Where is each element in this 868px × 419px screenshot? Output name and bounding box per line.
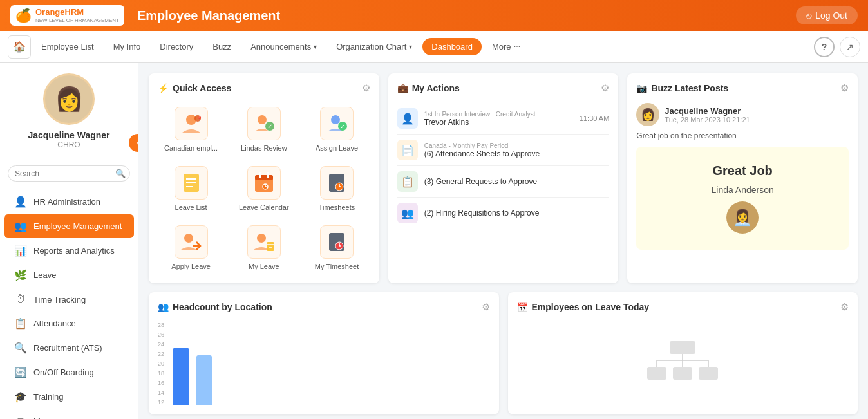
- action-requests-text: (3) General Requests to Approve: [424, 177, 610, 186]
- nav-my-info[interactable]: My Info: [104, 38, 150, 55]
- sidebar-item-recruitment-label: Recruitment (ATS): [33, 343, 102, 353]
- qa-my-timesheet-icon: [320, 225, 354, 259]
- action-hiring-icon: 👥: [397, 203, 418, 223]
- logout-button[interactable]: ⎋ Log Out: [796, 6, 858, 24]
- qa-canadian-empl-label: Canadian empl...: [164, 144, 218, 152]
- qa-leave-list[interactable]: Leave List: [158, 162, 224, 215]
- search-icon[interactable]: 🔍: [115, 169, 126, 178]
- qa-my-leave[interactable]: My Leave: [231, 221, 297, 274]
- svg-rect-40: [647, 367, 666, 380]
- quick-access-header: ⚡ Quick Access ⚙: [158, 82, 370, 94]
- quick-access-settings-icon[interactable]: ⚙: [362, 82, 370, 94]
- nav-employee-list-label: Employee List: [41, 42, 94, 51]
- nav-dashboard[interactable]: Dashboard: [422, 38, 482, 55]
- svg-rect-27: [267, 242, 274, 251]
- qa-lindas-review[interactable]: ✓ Lindas Review: [231, 103, 297, 156]
- sidebar-item-hr-admin[interactable]: 👤 HR Administration: [4, 190, 134, 214]
- sidebar-item-attendance[interactable]: 📋 Attendance: [4, 312, 134, 335]
- qa-my-leave-icon: [247, 225, 281, 259]
- sidebar-item-reports-label: Reports and Analytics: [33, 246, 115, 256]
- logo[interactable]: 🍊 OrangeHRM NEW LEVEL OF HRMANAGEMENT: [10, 5, 124, 26]
- y-label-24: 24: [158, 341, 164, 348]
- headcount-settings-icon[interactable]: ⚙: [482, 301, 490, 313]
- nav-org-chart[interactable]: Organization Chart ▾: [327, 38, 421, 55]
- navbar: 🏠 Employee List My Info Directory Buzz A…: [0, 31, 868, 63]
- help-button[interactable]: ?: [814, 37, 835, 57]
- qa-apply-leave[interactable]: Apply Leave: [158, 221, 224, 274]
- nav-more-label: More: [492, 42, 511, 51]
- buzz-author-info: Jacqueline Wagner Tue, 28 Mar 2023 10:21…: [665, 106, 750, 124]
- share-button[interactable]: ↗: [840, 37, 860, 57]
- qa-assign-leave-icon: ✓: [320, 107, 354, 140]
- sidebar-item-training[interactable]: 🎓 Training: [4, 385, 134, 409]
- qa-canadian-empl[interactable]: 📍 Canadian empl...: [158, 103, 224, 156]
- sidebar-item-leave[interactable]: 🌿 Leave: [4, 263, 134, 287]
- action-item-attendance[interactable]: 📄 Canada - Monthly Pay Period (6) Attend…: [397, 135, 610, 166]
- action-interview-main: Trevor Atkins: [424, 118, 573, 127]
- nav-buzz[interactable]: Buzz: [203, 38, 240, 55]
- nav-announcements[interactable]: Announcements ▾: [241, 38, 326, 55]
- employee-mgmt-icon: 👥: [14, 220, 27, 232]
- sidebar-item-employee-mgmt[interactable]: 👥 Employee Management: [4, 214, 134, 238]
- time-tracking-icon: ⏱: [14, 293, 27, 305]
- buzz-settings-icon[interactable]: ⚙: [840, 82, 849, 94]
- more-icon: ▼: [14, 415, 27, 419]
- action-requests-main: (3) General Requests to Approve: [424, 177, 610, 186]
- bottom-row: 👥 Headcount by Location ⚙ 28 26 24 22 20…: [149, 292, 858, 414]
- sidebar-item-time-tracking[interactable]: ⏱ Time Tracking: [4, 288, 134, 311]
- buzz-recipient-avatar: 👩‍💼: [726, 201, 759, 234]
- qa-my-timesheet[interactable]: My Timesheet: [303, 221, 370, 274]
- headcount-card: 👥 Headcount by Location ⚙ 28 26 24 22 20…: [149, 292, 499, 414]
- svg-rect-34: [670, 341, 695, 354]
- sidebar-item-recruitment[interactable]: 🔍 Recruitment (ATS): [4, 336, 134, 360]
- chart-y-axis: 28 26 24 22 20 18 16 14 12: [158, 322, 168, 405]
- action-item-hiring[interactable]: 👥 (2) Hiring Requisitions to Approve: [397, 198, 610, 228]
- svg-point-26: [257, 234, 266, 243]
- sidebar-profile: 👩 Jacqueline Wagner CHRO: [0, 63, 138, 160]
- employees-leave-content: [517, 322, 849, 405]
- employees-leave-settings-icon[interactable]: ⚙: [840, 301, 849, 313]
- qa-lindas-review-label: Lindas Review: [241, 144, 287, 152]
- nav-directory[interactable]: Directory: [151, 38, 202, 55]
- leave-icon: 🌿: [14, 269, 27, 281]
- qa-apply-leave-label: Apply Leave: [171, 263, 211, 270]
- qa-timesheets[interactable]: Timesheets: [303, 162, 370, 215]
- search-input[interactable]: [15, 169, 111, 178]
- profile-role: CHRO: [57, 140, 80, 149]
- nav-org-chart-chevron: ▾: [409, 43, 412, 50]
- action-interview-icon: 👤: [397, 108, 418, 129]
- headcount-icon: 👥: [158, 302, 169, 312]
- qa-leave-calendar-label: Leave Calendar: [239, 203, 289, 211]
- action-item-interview[interactable]: 👤 1st In-Person Interview - Credit Analy…: [397, 103, 610, 135]
- avatar: 👩: [43, 73, 95, 125]
- sidebar-item-more[interactable]: ▼ More: [4, 409, 134, 419]
- my-actions-settings-icon[interactable]: ⚙: [601, 82, 609, 94]
- sidebar-item-reports[interactable]: 📊 Reports and Analytics: [4, 239, 134, 263]
- action-item-requests[interactable]: 📋 (3) General Requests to Approve: [397, 166, 610, 198]
- nav-more-icon: ⋯: [514, 43, 520, 50]
- nav-more[interactable]: More ⋯: [483, 38, 529, 55]
- sidebar-item-onboarding[interactable]: 🔄 On/Off Boarding: [4, 360, 134, 384]
- qa-leave-list-icon: [175, 166, 208, 200]
- sidebar-search-area: 🔍: [0, 160, 138, 187]
- nav-employee-list[interactable]: Employee List: [32, 38, 103, 55]
- buzz-card-title: Great Job: [712, 163, 772, 178]
- sidebar-item-time-tracking-label: Time Tracking: [33, 295, 86, 304]
- sidebar: ‹ 👩 Jacqueline Wagner CHRO 🔍 👤 HR Admini…: [0, 63, 138, 419]
- y-label-26: 26: [158, 331, 164, 338]
- headcount-header: 👥 Headcount by Location ⚙: [158, 301, 490, 313]
- buzz-icon: 📷: [636, 83, 647, 93]
- buzz-card: 📷 Buzz Latest Posts ⚙ 👩 Jacqueline Wagne…: [627, 73, 858, 283]
- y-label-14: 14: [158, 389, 164, 396]
- qa-lindas-review-icon: ✓: [247, 107, 281, 140]
- profile-name: Jacqueline Wagner: [28, 130, 109, 140]
- reports-icon: 📊: [14, 245, 27, 257]
- qa-assign-leave[interactable]: ✓ Assign Leave: [303, 103, 370, 156]
- sidebar-item-leave-label: Leave: [33, 270, 56, 280]
- nav-home-button[interactable]: 🏠: [8, 35, 31, 59]
- buzz-header: 📷 Buzz Latest Posts ⚙: [636, 82, 849, 94]
- svg-text:✓: ✓: [267, 123, 272, 130]
- qa-leave-calendar[interactable]: Leave Calendar: [231, 162, 297, 215]
- svg-point-6: [331, 115, 340, 124]
- search-box[interactable]: 🔍: [8, 165, 130, 182]
